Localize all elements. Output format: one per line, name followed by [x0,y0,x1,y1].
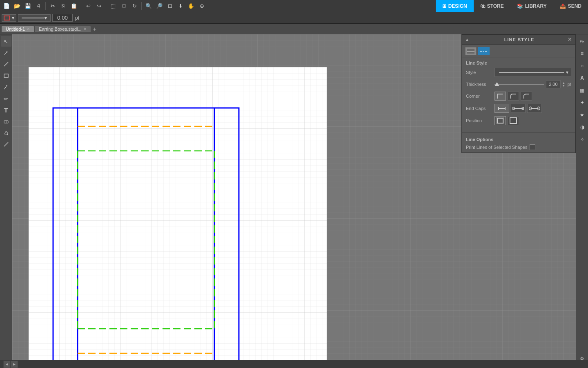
position-center-button[interactable] [508,116,519,125]
score-tab[interactable] [478,47,490,55]
rotate-icon[interactable]: ↻ [129,1,139,11]
svg-rect-9 [29,67,327,368]
pen-tool[interactable] [1,47,11,58]
brush-tool[interactable] [1,82,11,92]
bottom-nav-next[interactable]: ► [11,361,18,368]
nav-design[interactable]: ⊞ DESIGN [436,0,474,12]
save-icon[interactable]: 💾 [23,1,33,11]
tab-untitled-label: Untitled-1 [6,27,25,31]
line-style-selector[interactable]: ▾ [18,14,51,22]
thickness-value[interactable]: 2.00 [546,80,561,88]
print-lines-row: Print Lines of Selected Shapes [466,144,571,150]
tab-earring-boxes[interactable]: Earring Boxes.studi... ✕ [35,26,91,32]
fill-tool[interactable] [1,128,11,138]
chart-tool[interactable]: ▦ [577,85,588,96]
style-label: Style [466,70,494,75]
panel-header: ▲ LINE STYLE ✕ [462,35,575,45]
copy-icon[interactable]: ⎘ [58,1,68,11]
svg-line-0 [4,62,8,66]
thickness-unit: pt [568,82,571,87]
panel-close-button[interactable]: ✕ [568,36,572,43]
nav-store[interactable]: 🛍 STORE [474,0,510,12]
sep2 [81,2,81,10]
text-tool[interactable]: T [1,105,11,115]
panel-type-tabs [462,45,575,58]
bottom-nav-prev[interactable]: ◄ [3,361,11,368]
pencil-tool[interactable]: ✏ [1,93,11,104]
rect-tool[interactable] [1,70,11,81]
pix-tool[interactable]: Pix [577,36,588,47]
redo-icon[interactable]: ↪ [94,1,104,11]
tab-add-button[interactable]: + [91,26,98,32]
thickness-input[interactable] [52,14,73,22]
print-icon[interactable]: 🖨 [33,1,43,11]
send-icon: 📤 [560,3,566,9]
ruler-tool[interactable] [1,139,11,150]
svg-rect-29 [531,108,539,109]
download-icon[interactable]: ⬇ [176,1,185,11]
nav-send-label: SEND [568,3,581,9]
position-row: Position [466,116,571,125]
panel-collapse-icon[interactable]: ▲ [465,37,469,42]
cut-tab[interactable] [465,47,477,55]
style-dropdown-arrow: ▾ [566,70,568,75]
layers-tool[interactable]: ≡ [577,48,588,59]
eraser-tool[interactable] [1,116,11,127]
tab-untitled-close[interactable]: ✕ [27,27,30,31]
corner-miter-button[interactable] [494,92,506,101]
thickness-label: Thickness [466,82,494,87]
sep3 [106,2,106,10]
svg-line-5 [5,145,6,146]
endcap-round-button[interactable] [527,104,542,113]
thickness-up-arrow[interactable]: ▲ [562,81,565,84]
endcap-square-button[interactable] [511,104,526,113]
paste-icon[interactable]: 📋 [69,1,79,11]
sep1 [45,2,46,10]
effects-tool[interactable]: ✦ [577,97,588,108]
node-icon[interactable]: ⬡ [119,1,129,11]
add-icon[interactable]: ⊕ [197,1,207,11]
line-options-section: Line Options Print Lines of Selected Sha… [462,135,575,153]
pointer-tool[interactable]: ↖ [1,36,11,47]
shape-selector[interactable]: ▾ [2,14,16,22]
pan-icon[interactable]: ✋ [186,1,196,11]
style-dropdown[interactable]: ▾ [494,68,571,77]
zoom-fit-icon[interactable]: ⊡ [165,1,175,11]
print-lines-checkbox[interactable] [530,144,535,150]
line-style-panel: ▲ LINE STYLE ✕ Line Style Style ▾ [461,34,576,153]
library-icon: 📚 [517,3,523,9]
sparkle-tool[interactable]: ✧ [577,134,588,145]
nav-library[interactable]: 📚 LIBRARY [510,0,553,12]
open-icon[interactable]: 📂 [12,1,22,11]
zoom-in-icon[interactable]: 🔍 [144,1,154,11]
nav-send[interactable]: 📤 SEND [553,0,588,12]
circle-tool[interactable]: ○ [577,61,588,71]
svg-rect-33 [497,118,503,123]
select-rect-icon[interactable]: ⬚ [108,1,118,11]
drawing-svg [29,67,327,368]
tabs-bar: Untitled-1 ✕ Earring Boxes.studi... ✕ + [0,24,588,34]
text-style-tool[interactable]: A [577,73,588,83]
corner-label: Corner [466,94,494,99]
top-toolbar: 📄 📂 💾 🖨 ✂ ⎘ 📋 ↩ ↪ ⬚ ⬡ ↻ 🔍 🔎 ⊡ ⬇ ✋ ⊕ ⊞ DE… [0,0,588,12]
tab-earring-close[interactable]: ✕ [83,27,87,31]
star-tool[interactable]: ★ [577,110,588,120]
print-lines-label: Print Lines of Selected Shapes [466,145,527,150]
cut-icon[interactable]: ✂ [48,1,58,11]
store-icon: 🛍 [480,3,485,9]
panel-title: LINE STYLE [504,37,535,42]
new-icon[interactable]: 📄 [2,1,11,11]
corner-bevel-button[interactable] [521,92,532,101]
thickness-slider[interactable] [494,84,544,85]
position-label: Position [466,118,494,123]
line-tool[interactable] [1,59,11,70]
endcap-butt-button[interactable] [494,104,509,113]
shape-dropdown-arrow: ▾ [12,15,14,21]
zoom-out-icon[interactable]: 🔎 [154,1,164,11]
tab-untitled[interactable]: Untitled-1 ✕ [2,26,34,32]
thickness-down-arrow[interactable]: ▼ [562,84,565,87]
position-inside-button[interactable] [494,116,506,125]
corner-round-button[interactable] [508,92,519,101]
color-wheel-tool[interactable]: ◑ [577,122,588,132]
undo-icon[interactable]: ↩ [83,1,93,11]
